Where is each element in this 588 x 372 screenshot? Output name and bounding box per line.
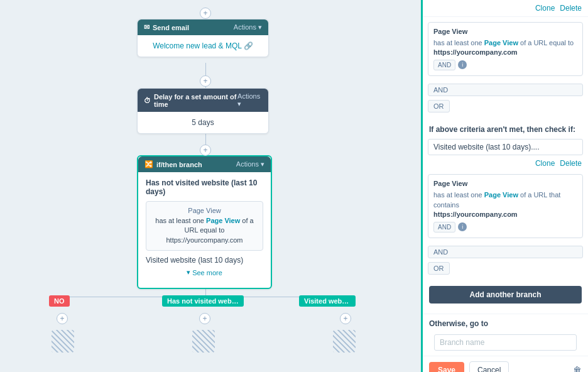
add-step-branch-visited[interactable]: + [340,313,351,324]
second-and-tag-row: AND i [433,222,577,232]
ifthen-label: if/then branch [156,161,202,168]
delay-node: ⏱ Delay for a set amount of time Actions… [137,88,269,134]
second-and-button[interactable]: AND [428,246,583,258]
ifthen-node: 🔀 if/then branch Actions ▾ Has not visit… [137,155,272,289]
page-view-label: Page View [151,207,258,214]
see-more-button[interactable]: ▾ See more [146,268,263,276]
ifthen-icon: 🔀 [144,160,153,168]
email-link[interactable]: Welcome new lead & MQL [153,41,241,50]
if-above-section-header: If above criteria aren't met, then check… [423,120,588,136]
workflow-canvas: + + + ✉ Send email Actions ▾ Welcome new… [0,0,421,372]
otherwise-label: Otherwise, go to [429,319,582,328]
delay-duration: 5 days [192,118,214,127]
desc-pre: has at least one [155,217,206,224]
second-criteria-top-actions: Clone Delete [423,158,588,169]
clone-first-criteria[interactable]: Clone [535,4,555,13]
delay-header: ⏱ Delay for a set amount of time Actions… [138,89,268,112]
add-step-branch-mid[interactable]: + [199,313,210,324]
delete-button-bottom[interactable]: 🗑 [573,365,582,373]
send-email-actions[interactable]: Actions ▾ [234,23,262,31]
ifthen-header: 🔀 if/then branch Actions ▾ [138,156,271,172]
send-email-body: Welcome new lead & MQL 🔗 [138,35,268,57]
first-or-button[interactable]: OR [428,100,450,112]
otherwise-branch-name-input[interactable] [434,334,577,351]
bottom-actions: Save Cancel 🗑 [423,356,588,373]
first-and-button[interactable]: AND [428,84,583,96]
save-button[interactable]: Save [429,362,464,373]
second-criteria-title: Page View [433,180,577,187]
first-criteria-card: Page View has at least one Page View of … [428,22,583,76]
first-criteria-url: https://yourcompany.com [433,48,577,56]
first-and-tag[interactable]: AND [433,60,455,70]
criteria-url: https://yourcompany.com [166,236,242,244]
delay-actions[interactable]: Actions ▾ [237,92,262,108]
add-step-branch-no[interactable]: + [57,313,68,324]
second-criteria-desc: has at least one Page View of a URL that… [433,190,577,211]
inner-criteria-card: Page View has at least one Page View of … [146,201,263,251]
delete-first-criteria[interactable]: Delete [560,4,582,13]
branch-visited-label: Visited website (last 10... [299,295,356,307]
add-another-branch-button[interactable]: Add another branch [429,286,582,304]
branch-not-visited-label: Has not visited website... [162,295,244,307]
criteria-description: has at least one Page View of a URL equa… [151,216,258,245]
send-email-node: ✉ Send email Actions ▾ Welcome new lead … [137,19,269,57]
send-email-header: ✉ Send email Actions ▾ [138,19,268,35]
cancel-button[interactable]: Cancel [469,361,509,373]
clone-second-criteria[interactable]: Clone [535,159,555,168]
second-criteria-url: https://yourcompany.com [433,211,577,218]
second-info-icon[interactable]: i [458,222,467,231]
first-info-icon[interactable]: i [458,60,467,69]
branch1-label: Has not visited website (last 10 days) [146,178,263,196]
second-branch-name-input[interactable] [428,139,583,155]
delay-icon: ⏱ [144,97,151,104]
add-step-button-mid[interactable]: + [200,75,211,87]
first-criteria-top-actions: Clone Delete [423,0,588,17]
empty-step-mid [192,330,215,353]
second-and-tag[interactable]: AND [433,222,455,232]
ifthen-body: Has not visited website (last 10 days) P… [138,172,271,283]
send-email-label: Send email [153,24,189,31]
empty-step-visited [333,330,356,353]
delay-label: Delay for a set amount of time [154,93,237,108]
second-or-button[interactable]: OR [428,262,450,275]
first-criteria-desc: has at least one Page View of a URL equa… [433,38,577,48]
add-step-button-top[interactable]: + [200,8,211,19]
empty-step-no [52,330,74,353]
chevron-down-icon: ▾ [187,268,190,276]
first-criteria-title: Page View [433,28,577,35]
email-icon: ✉ [144,23,150,31]
delete-second-criteria[interactable]: Delete [560,159,582,168]
otherwise-section: Otherwise, go to [423,314,588,356]
delay-body: 5 days [138,112,268,133]
ifthen-actions[interactable]: Actions ▾ [236,160,264,168]
visited-text: Visited website (last 10 days) [146,256,263,265]
first-and-tag-row: AND i [433,60,577,70]
second-criteria-card: Page View has at least one Page View of … [428,174,583,238]
add-step-button-between[interactable]: + [200,145,211,156]
branch-no-label: NO [49,295,70,307]
branch-config-panel: Clone Delete Page View has at least one … [421,0,588,372]
desc-strong: Page View [206,217,240,224]
